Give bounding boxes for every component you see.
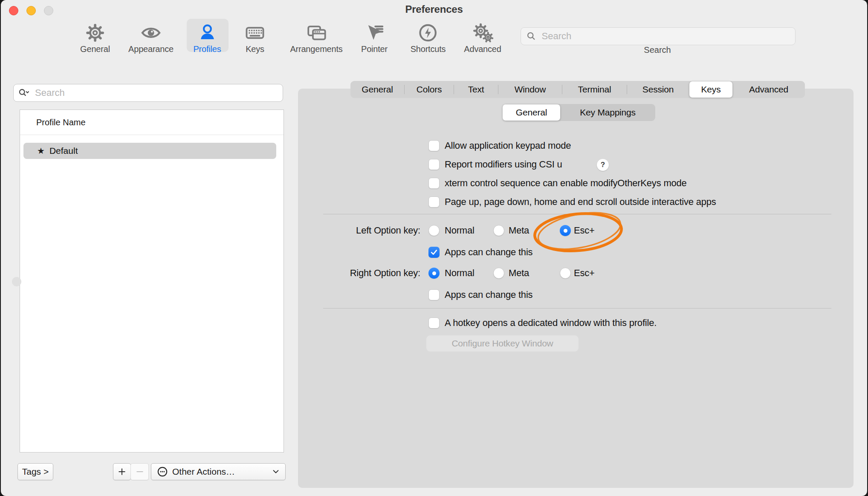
chevron-down-icon	[272, 467, 280, 476]
toolbar-item-advanced[interactable]: Advanced	[464, 22, 501, 54]
eye-icon	[141, 22, 161, 43]
gear-icon	[85, 22, 105, 43]
radio-left-option-normal[interactable]	[428, 225, 440, 236]
radio-left-option-meta[interactable]	[493, 225, 504, 236]
tags-button[interactable]: Tags >	[17, 463, 53, 480]
tab-text[interactable]: Text	[454, 81, 498, 98]
windows-icon	[306, 22, 327, 43]
toolbar-item-profiles[interactable]: Profiles	[193, 22, 221, 54]
tab-window[interactable]: Window	[498, 81, 562, 98]
gears-icon	[472, 22, 493, 43]
divider	[323, 308, 831, 309]
help-button[interactable]: ?	[597, 159, 609, 171]
profile-list: Profile Name ★ Default	[20, 110, 284, 453]
other-actions-label: Other Actions…	[172, 467, 272, 477]
radio-right-option-esc[interactable]	[560, 268, 571, 279]
radio-label: Meta	[509, 224, 529, 237]
divider	[323, 214, 831, 214]
toolbar-label: Profiles	[193, 44, 221, 54]
toolbar-label: Arrangements	[290, 44, 342, 54]
profile-name: Default	[49, 146, 78, 156]
toolbar-search-label: Search	[615, 45, 700, 55]
toolbar-label: Advanced	[464, 44, 501, 54]
preferences-window: Preferences General Appearance	[0, 0, 868, 496]
checkbox-label: Report modifiers using CSI u	[445, 158, 562, 171]
toolbar-search-field[interactable]	[521, 27, 796, 45]
profile-row-default[interactable]: ★ Default	[23, 143, 276, 159]
search-icon	[526, 31, 537, 42]
minus-icon	[135, 467, 145, 477]
checkbox-label: Apps can change this	[445, 288, 532, 301]
window-chrome: Preferences General Appearance	[1, 0, 867, 496]
toolbar-label: General	[80, 44, 110, 54]
toolbar-label: Keys	[246, 44, 264, 54]
checkbox-left-apps-can-change[interactable]	[428, 247, 440, 258]
help-button-label: ?	[601, 161, 605, 169]
radio-right-option-meta[interactable]	[493, 268, 504, 279]
cursor-icon	[365, 22, 384, 43]
profile-search-input[interactable]	[34, 87, 278, 99]
tab-general[interactable]: General	[350, 81, 404, 98]
checkbox-keypad-mode[interactable]	[428, 140, 440, 151]
checkbox-right-apps-can-change[interactable]	[428, 289, 440, 300]
tab-session[interactable]: Session	[627, 81, 689, 98]
default-star-icon: ★	[37, 146, 45, 156]
keyboard-icon	[245, 22, 265, 43]
toolbar-item-appearance[interactable]: Appearance	[128, 22, 174, 54]
profile-list-header: Profile Name	[20, 110, 284, 135]
person-icon	[197, 22, 217, 43]
add-profile-button[interactable]	[113, 463, 131, 480]
profile-tabbar: General Colors Text Window Terminal Sess…	[350, 81, 805, 98]
checkbox-hotkey-window[interactable]	[428, 317, 440, 329]
tab-advanced[interactable]: Advanced	[733, 81, 804, 98]
other-actions-dropdown[interactable]: Other Actions…	[151, 463, 286, 480]
radio-label: Normal	[445, 267, 475, 280]
subtab-general[interactable]: General	[503, 104, 560, 121]
tab-terminal[interactable]: Terminal	[562, 81, 627, 98]
check-icon	[430, 248, 438, 257]
configure-hotkey-label: Configure Hotkey Window	[451, 338, 553, 349]
right-option-key-label: Right Option key:	[292, 267, 420, 280]
toolbar-item-keys[interactable]: Keys	[245, 22, 265, 54]
keys-subtabbar: General Key Mappings	[503, 104, 655, 121]
toolbar-item-shortcuts[interactable]: Shortcuts	[411, 22, 446, 54]
toolbar-label: Pointer	[361, 44, 388, 54]
radio-left-option-esc[interactable]	[560, 225, 571, 236]
radio-right-option-normal[interactable]	[428, 268, 440, 279]
plus-icon	[117, 467, 127, 477]
checkbox-csi-u[interactable]	[428, 159, 440, 170]
radio-label: Esc+	[574, 224, 595, 237]
tab-colors[interactable]: Colors	[405, 81, 454, 98]
subtab-key-mappings[interactable]: Key Mappings	[560, 104, 655, 121]
checkbox-label: Allow application keypad mode	[445, 139, 571, 152]
toolbar-item-arrangements[interactable]: Arrangements	[290, 22, 342, 54]
left-option-key-label: Left Option key:	[292, 224, 420, 237]
checkbox-label: Apps can change this	[445, 246, 532, 259]
checkbox-scroll-outside-apps[interactable]	[428, 196, 440, 208]
ellipsis-circle-icon	[156, 466, 168, 478]
radio-label: Normal	[445, 224, 475, 237]
configure-hotkey-window-button: Configure Hotkey Window	[426, 335, 579, 352]
profile-search-field[interactable]	[13, 84, 283, 102]
search-scope-icon	[18, 87, 30, 99]
splitter-handle[interactable]	[12, 277, 21, 286]
radio-label: Meta	[509, 267, 529, 280]
lightning-circle-icon	[418, 22, 438, 43]
tab-keys[interactable]: Keys	[689, 81, 732, 98]
toolbar-search-input[interactable]	[541, 30, 790, 42]
keys-settings-panel	[298, 89, 854, 488]
checkbox-label: xterm control sequence can enable modify…	[445, 177, 687, 190]
divider	[20, 135, 284, 135]
toolbar-item-general[interactable]: General	[80, 22, 110, 54]
checkbox-modify-other-keys[interactable]	[428, 178, 440, 189]
toolbar-label: Appearance	[128, 44, 174, 54]
tags-button-label: Tags >	[22, 467, 49, 477]
toolbar-label: Shortcuts	[411, 44, 446, 54]
checkbox-label: A hotkey opens a dedicated window with t…	[445, 317, 657, 329]
window-title: Preferences	[1, 3, 867, 15]
toolbar-item-pointer[interactable]: Pointer	[361, 22, 388, 54]
checkbox-label: Page up, page down, home and end scroll …	[445, 196, 716, 208]
radio-label: Esc+	[574, 267, 595, 280]
remove-profile-button[interactable]	[130, 463, 149, 480]
